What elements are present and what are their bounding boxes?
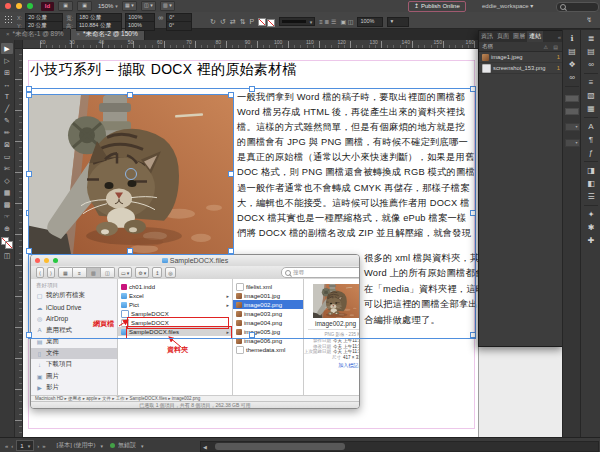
swatches-panel-icon[interactable]: ▦ bbox=[584, 102, 598, 115]
link-page-number[interactable]: 1 bbox=[557, 65, 560, 71]
reference-point-proxy[interactable] bbox=[4, 15, 13, 24]
align-buttons[interactable]: ≡ ≣ ☰ bbox=[319, 18, 336, 26]
close-tab-icon[interactable]: × bbox=[77, 31, 81, 37]
vertical-ruler[interactable] bbox=[14, 48, 23, 437]
links-panel-icon[interactable]: ∞ bbox=[584, 58, 598, 71]
view-options-dropdown[interactable]: ▦ ▾ bbox=[122, 1, 137, 11]
page-tool[interactable]: ⊞ bbox=[1, 67, 13, 78]
collapsed-dropdown[interactable]: ▾ bbox=[565, 123, 580, 131]
stroke-panel-icon[interactable]: ≡ bbox=[584, 76, 598, 89]
selection-handle[interactable] bbox=[249, 332, 255, 338]
text-wrap-panel-icon[interactable]: ✦ bbox=[584, 208, 598, 221]
publish-online-button[interactable]: ↥ Publish Online bbox=[408, 1, 466, 12]
rotate-ccw-icon[interactable]: ↺ bbox=[220, 18, 226, 26]
close-tab-icon[interactable]: × bbox=[6, 31, 10, 37]
app-search-field[interactable] bbox=[556, 2, 599, 12]
scale-y-field[interactable]: 100% bbox=[125, 21, 155, 31]
previous-page-icon[interactable]: ‹ bbox=[11, 443, 13, 449]
link-page-number[interactable]: 1 bbox=[557, 54, 560, 60]
selection-tool[interactable]: ▶ bbox=[1, 43, 13, 54]
screen-mode-button[interactable]: ◫ bbox=[1, 250, 13, 261]
links-header-icons[interactable]: ⚠ ▤ bbox=[543, 44, 560, 50]
next-page-icon[interactable]: › bbox=[37, 443, 39, 449]
selection-handle[interactable] bbox=[470, 332, 476, 338]
selection-handle[interactable] bbox=[470, 210, 476, 216]
fill-swatch[interactable] bbox=[258, 18, 266, 26]
pencil-tool[interactable]: ✏ bbox=[1, 127, 13, 138]
rectangle-frame-tool[interactable]: ⊠ bbox=[1, 139, 13, 150]
paragraph-panel-icon[interactable]: ¶ bbox=[584, 133, 598, 146]
fill-stroke-swatches[interactable] bbox=[1, 237, 13, 249]
selection-handle[interactable] bbox=[228, 248, 234, 254]
object-styles-panel-icon[interactable]: ◧ bbox=[584, 177, 598, 190]
panel-icon[interactable] bbox=[584, 161, 598, 162]
frame-fitting-buttons[interactable]: ▣ ◫ bbox=[340, 18, 353, 26]
last-page-icon[interactable]: » bbox=[42, 443, 45, 449]
rectangle-tool[interactable]: ▭ bbox=[1, 151, 13, 162]
selection-handle[interactable] bbox=[26, 171, 32, 177]
selection-handle[interactable] bbox=[26, 92, 32, 98]
scrollbar-thumb[interactable] bbox=[215, 443, 345, 450]
scissors-tool[interactable]: ✄ bbox=[1, 163, 13, 174]
panel-icon[interactable] bbox=[584, 205, 598, 206]
arrange-documents-dropdown[interactable]: ▥ ▾ bbox=[160, 1, 175, 11]
selection-handle[interactable] bbox=[249, 86, 255, 92]
effects-field[interactable]: 100% bbox=[357, 17, 383, 27]
panel-icon[interactable] bbox=[584, 117, 598, 118]
select-container-icon[interactable]: P bbox=[250, 18, 255, 26]
scripts-panel-icon[interactable]: ✱ bbox=[584, 221, 598, 234]
flip-vertical-icon[interactable]: ⇅ bbox=[240, 18, 246, 26]
flip-horizontal-icon[interactable]: ⇄ bbox=[230, 18, 236, 26]
gradient-tool[interactable]: ▦ bbox=[1, 187, 13, 198]
scroll-left-icon[interactable]: ◀ bbox=[203, 444, 207, 450]
window-minimize-icon[interactable] bbox=[16, 3, 22, 9]
glyphs-panel-icon[interactable]: ƒ bbox=[584, 146, 598, 159]
hand-tool[interactable]: ☞ bbox=[1, 211, 13, 222]
shear-field[interactable]: 0° bbox=[166, 21, 192, 31]
line-tool[interactable]: ╱ bbox=[1, 103, 13, 114]
cc-libraries-panel-icon[interactable]: ≣ bbox=[584, 32, 598, 45]
stroke-swatch[interactable] bbox=[267, 19, 275, 27]
y-field[interactable]: 20 公釐 bbox=[25, 21, 63, 31]
horizontal-scrollbar[interactable]: ◀ bbox=[200, 441, 599, 452]
page-number-field[interactable]: 1▾ bbox=[16, 440, 34, 451]
collapsed-field[interactable] bbox=[565, 108, 579, 115]
link-item[interactable]: screenshot_153.png 1 bbox=[479, 63, 563, 74]
bridge-button[interactable]: ▣ bbox=[58, 1, 73, 11]
panel-tab[interactable]: 資訊 bbox=[479, 31, 495, 42]
color-panel-icon[interactable]: ▧ bbox=[584, 89, 598, 102]
free-transform-tool[interactable]: ◇ bbox=[1, 175, 13, 186]
name-column-header[interactable]: 名稱 bbox=[482, 43, 493, 50]
effects-panel-icon[interactable]: ◨ bbox=[584, 164, 598, 177]
selection-handle[interactable] bbox=[228, 171, 234, 177]
selection-handle[interactable] bbox=[228, 92, 234, 98]
screen-mode-dropdown[interactable]: ◫ ▾ bbox=[141, 1, 156, 11]
panel-tab[interactable]: 頁面 bbox=[495, 31, 511, 42]
direct-selection-tool[interactable]: ▷ bbox=[1, 55, 13, 66]
selection-handle[interactable] bbox=[26, 332, 32, 338]
collapsed-dropdown[interactable]: ▾ bbox=[565, 139, 580, 147]
selection-handle[interactable] bbox=[26, 248, 32, 254]
pages-panel-icon[interactable]: ▤ bbox=[565, 45, 579, 58]
selection-handle[interactable] bbox=[127, 92, 133, 98]
cat-image-frame[interactable] bbox=[28, 94, 234, 255]
stock-button[interactable]: ▣ bbox=[77, 1, 92, 11]
preflight-profile[interactable]: [基本] (使用中) bbox=[57, 441, 96, 450]
preflight-panel-icon[interactable]: ✚ bbox=[584, 234, 598, 247]
zoom-level-dropdown[interactable]: 150% bbox=[98, 3, 113, 9]
collapsed-field[interactable] bbox=[565, 95, 579, 102]
gap-tool[interactable]: ↔ bbox=[1, 79, 13, 90]
quick-apply-icon[interactable]: ↯ bbox=[586, 16, 592, 24]
gradient-feather-tool[interactable]: ▩ bbox=[1, 199, 13, 210]
window-close-icon[interactable] bbox=[5, 3, 11, 9]
align-panel-icon[interactable]: ☰ bbox=[584, 190, 598, 203]
panel-tab[interactable]: 連結 bbox=[527, 31, 543, 42]
panel-icon[interactable] bbox=[584, 73, 598, 74]
zoom-tool[interactable]: ⊕ bbox=[1, 223, 13, 234]
first-page-icon[interactable]: « bbox=[5, 443, 8, 449]
stroke-weight-field[interactable]: ▾ bbox=[279, 17, 315, 26]
pen-tool[interactable]: ✎ bbox=[1, 115, 13, 126]
pages-panel-icon[interactable]: ▤ bbox=[584, 45, 598, 58]
character-panel-icon[interactable]: A bbox=[584, 120, 598, 133]
height-field[interactable]: 110.884 公釐 bbox=[76, 21, 122, 31]
